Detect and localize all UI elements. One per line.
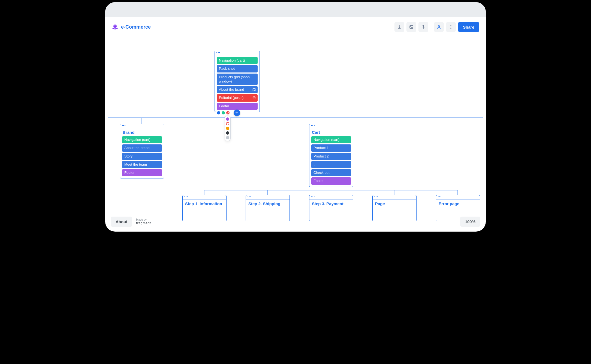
card-chrome xyxy=(215,51,260,55)
color-swatch-purple[interactable] xyxy=(226,117,229,121)
section-block[interactable]: Footer xyxy=(122,169,162,176)
made-by-label: Made by fragment xyxy=(136,218,151,225)
section-block[interactable]: Footer xyxy=(217,103,258,110)
toolbar-divider xyxy=(431,24,431,30)
section-block[interactable]: Products grid (shop window) xyxy=(217,74,258,85)
svg-point-12 xyxy=(451,26,451,27)
section-block[interactable]: Pack-shot xyxy=(217,65,258,72)
section-block[interactable]: Footer xyxy=(311,177,351,184)
svg-point-3 xyxy=(116,28,118,29)
sitemap-card-step1[interactable]: Step 1. Information xyxy=(182,195,227,221)
pricing-button[interactable] xyxy=(418,22,428,32)
card-title[interactable]: Error page xyxy=(439,201,478,206)
card-chrome xyxy=(246,195,290,199)
color-swatch-orange[interactable] xyxy=(226,127,229,130)
card-title[interactable]: Brand xyxy=(123,130,162,135)
section-block[interactable]: Navigation (cart) xyxy=(311,136,351,143)
header-toolbar: Share xyxy=(394,22,479,32)
more-menu-button[interactable] xyxy=(446,22,456,32)
card-chrome xyxy=(183,195,226,199)
zoom-indicator[interactable]: 100% xyxy=(460,217,480,227)
svg-rect-8 xyxy=(410,26,413,29)
svg-point-6 xyxy=(114,26,114,26)
svg-point-9 xyxy=(411,26,411,27)
sitemap-card-cart[interactable]: Cart Navigation (cart) Product 1 Product… xyxy=(309,124,353,187)
svg-point-0 xyxy=(113,25,117,28)
card-chrome xyxy=(309,195,353,199)
account-button[interactable] xyxy=(434,22,444,32)
section-block[interactable]: Check out xyxy=(311,169,351,176)
status-dots[interactable] xyxy=(217,111,230,114)
sitemap-canvas[interactable]: Navigation (cart) Pack-shot Products gri… xyxy=(105,37,486,232)
section-block[interactable]: Meet the team xyxy=(122,161,162,168)
card-chrome xyxy=(436,195,480,199)
card-title[interactable]: Step 3. Payment xyxy=(312,201,351,206)
section-block[interactable]: ... xyxy=(311,161,351,168)
sitemap-card-brand[interactable]: Brand Navigation (cart) About the brand … xyxy=(120,124,164,178)
browser-chrome-topbar xyxy=(105,2,486,17)
app-window: e-Commerce Share xyxy=(105,2,486,232)
project-title[interactable]: e-Commerce xyxy=(121,24,151,30)
svg-point-11 xyxy=(451,25,451,26)
color-swatch-gray[interactable] xyxy=(226,136,229,139)
footer-about: About Made by fragment xyxy=(111,217,151,227)
image-button[interactable] xyxy=(406,22,416,32)
svg-point-7 xyxy=(116,26,116,26)
card-title[interactable]: Page xyxy=(375,201,414,206)
card-chrome xyxy=(373,195,416,199)
color-swatch-red-outline[interactable] xyxy=(226,122,229,125)
app-logo[interactable]: e-Commerce xyxy=(112,24,151,30)
card-title[interactable]: Step 1. Information xyxy=(185,201,224,206)
card-title[interactable]: Step 2. Shipping xyxy=(248,201,288,206)
status-dot-red[interactable] xyxy=(226,111,230,114)
section-block[interactable]: Product 1 xyxy=(311,144,351,151)
section-block[interactable]: Navigation (cart) xyxy=(122,136,162,143)
section-block[interactable]: Navigation (cart) xyxy=(217,57,258,64)
section-block[interactable]: About the brand xyxy=(217,86,258,93)
color-picker-menu[interactable] xyxy=(225,116,231,141)
card-chrome xyxy=(309,124,353,128)
octopus-icon xyxy=(112,24,118,30)
svg-point-13 xyxy=(451,28,451,29)
card-title[interactable]: Cart xyxy=(312,130,351,135)
sitemap-card-step3[interactable]: Step 3. Payment xyxy=(309,195,353,221)
svg-rect-25 xyxy=(253,89,255,91)
share-button[interactable]: Share xyxy=(458,22,479,32)
section-block[interactable]: About the brand xyxy=(122,144,162,151)
section-block[interactable]: Story xyxy=(122,153,162,160)
sitemap-card-root[interactable]: Navigation (cart) Pack-shot Products gri… xyxy=(215,51,260,112)
sitemap-card-step2[interactable]: Step 2. Shipping xyxy=(246,195,290,221)
note-icon xyxy=(252,88,256,92)
status-dot-blue[interactable] xyxy=(217,111,220,114)
about-button[interactable]: About xyxy=(111,217,132,227)
app-header: e-Commerce Share xyxy=(105,17,486,37)
section-block[interactable]: Editorial (posts) xyxy=(217,94,258,101)
minus-circle-icon xyxy=(252,96,256,100)
add-child-button[interactable] xyxy=(234,110,240,116)
color-swatch-dark[interactable] xyxy=(226,131,229,135)
card-chrome xyxy=(120,124,164,128)
section-block[interactable]: Product 2 xyxy=(311,153,351,160)
sitemap-card-page[interactable]: Page xyxy=(372,195,417,221)
download-button[interactable] xyxy=(394,22,404,32)
svg-point-2 xyxy=(114,28,116,30)
svg-point-1 xyxy=(113,28,114,29)
status-dot-teal[interactable] xyxy=(222,111,225,114)
svg-point-10 xyxy=(438,26,440,27)
